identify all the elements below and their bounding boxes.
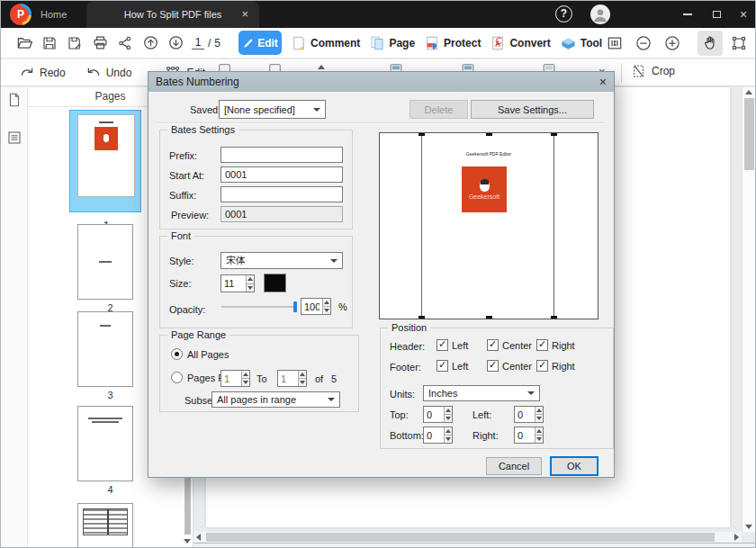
spin-down-icon[interactable]: [536, 415, 543, 422]
page-button[interactable]: Page: [369, 35, 415, 51]
scroll-left-icon[interactable]: [196, 534, 201, 541]
bookmarks-panel-button[interactable]: [2, 125, 27, 150]
left-input[interactable]: [515, 407, 535, 422]
zoom-out-button[interactable]: [631, 31, 656, 56]
open-file-button[interactable]: [12, 31, 37, 56]
horizontal-scroll-thumb[interactable]: [206, 533, 715, 542]
save-as-button[interactable]: [62, 31, 87, 56]
thumbnails-panel-button[interactable]: [2, 87, 27, 112]
bottom-spinner[interactable]: [423, 427, 453, 444]
opacity-slider[interactable]: [221, 301, 297, 312]
scroll-up-icon[interactable]: [745, 90, 752, 94]
print-button[interactable]: [87, 31, 112, 56]
start-at-input[interactable]: [220, 166, 343, 183]
spin-up-icon[interactable]: [445, 427, 452, 436]
protect-button[interactable]: Protect: [424, 35, 481, 51]
spin-down-icon[interactable]: [445, 415, 452, 422]
maximize-button[interactable]: [703, 1, 730, 28]
tool-button[interactable]: Tool: [560, 34, 602, 51]
close-window-button[interactable]: ×: [730, 1, 756, 28]
user-avatar[interactable]: [590, 4, 610, 24]
spin-up-icon[interactable]: [445, 407, 452, 415]
top-spinner[interactable]: [423, 406, 453, 423]
all-pages-radio[interactable]: All Pages: [171, 348, 229, 360]
suffix-input[interactable]: [220, 186, 343, 202]
spin-down-icon[interactable]: [323, 307, 330, 314]
slider-thumb[interactable]: [293, 301, 297, 312]
header-right-checkbox[interactable]: Right: [536, 339, 575, 351]
previous-page-button[interactable]: [138, 31, 163, 56]
font-size-spinner[interactable]: [220, 274, 255, 292]
page-thumbnail-5[interactable]: [77, 503, 133, 548]
opacity-spinner[interactable]: [301, 298, 331, 315]
dialog-titlebar[interactable]: Bates Numbering ×: [148, 72, 614, 92]
hand-tool-button[interactable]: [698, 31, 723, 56]
save-settings-button[interactable]: Save Settings...: [471, 100, 594, 119]
convert-button[interactable]: Convert: [490, 35, 550, 51]
fit-page-button[interactable]: [602, 31, 627, 56]
pages-scroll-down-icon[interactable]: [184, 539, 191, 544]
home-menu[interactable]: Home: [40, 9, 67, 20]
top-input[interactable]: [424, 407, 444, 422]
spin-down-icon[interactable]: [445, 436, 452, 443]
scroll-right-icon[interactable]: [734, 534, 739, 541]
current-page-input[interactable]: 1: [192, 36, 204, 49]
select-tool-button[interactable]: [726, 31, 752, 56]
vertical-scroll-thumb[interactable]: [744, 98, 754, 170]
units-select[interactable]: Inches: [423, 385, 540, 401]
zoom-in-button[interactable]: [660, 31, 685, 56]
spin-up-icon[interactable]: [323, 299, 330, 307]
help-icon[interactable]: ?: [555, 5, 572, 22]
header-left-checkbox[interactable]: Left: [436, 339, 468, 351]
to-page-input[interactable]: [278, 371, 298, 386]
page-thumbnail-1-selected[interactable]: 1: [69, 110, 141, 212]
font-size-input[interactable]: [221, 275, 246, 292]
horizontal-scrollbar[interactable]: [194, 532, 742, 543]
right-input[interactable]: [515, 427, 535, 443]
page-thumbnail-4[interactable]: [77, 406, 133, 481]
footer-left-checkbox[interactable]: Left: [436, 360, 468, 372]
pages-scrollbar-thumb[interactable]: [184, 468, 191, 535]
chevron-up-icon[interactable]: [318, 65, 325, 69]
spin-down-icon[interactable]: [299, 379, 306, 386]
font-style-select[interactable]: 宋体: [220, 252, 343, 269]
save-button[interactable]: [37, 31, 62, 56]
footer-right-checkbox[interactable]: Right: [536, 360, 575, 372]
scroll-down-icon[interactable]: [745, 525, 752, 529]
from-page-input[interactable]: [221, 371, 241, 386]
redo-button[interactable]: Redo: [19, 65, 66, 81]
edit-mode-button[interactable]: Edit: [238, 31, 282, 55]
vertical-scrollbar[interactable]: [742, 87, 755, 532]
cancel-button[interactable]: Cancel: [486, 457, 542, 475]
next-page-button[interactable]: [163, 31, 188, 56]
crop-button[interactable]: Crop: [631, 63, 675, 79]
share-button[interactable]: [112, 31, 138, 56]
saved-settings-select[interactable]: [None specified]: [219, 100, 326, 119]
prefix-input[interactable]: [220, 147, 343, 163]
subset-select[interactable]: All pages in range: [212, 391, 340, 408]
header-center-checkbox[interactable]: Center: [487, 339, 532, 351]
spin-up-icon[interactable]: [247, 275, 254, 284]
from-page-spinner[interactable]: [220, 370, 250, 387]
spin-up-icon[interactable]: [299, 371, 306, 379]
bottom-input[interactable]: [424, 427, 444, 443]
page-thumbnail-3[interactable]: [77, 311, 133, 387]
spin-down-icon[interactable]: [242, 379, 249, 386]
left-spinner[interactable]: [514, 406, 544, 423]
footer-center-checkbox[interactable]: Center: [487, 360, 532, 372]
delete-button[interactable]: Delete: [410, 100, 468, 119]
spin-down-icon[interactable]: [536, 436, 543, 443]
font-color-swatch[interactable]: [264, 274, 286, 292]
undo-button[interactable]: Undo: [86, 65, 132, 81]
minimize-button[interactable]: [674, 1, 701, 28]
right-spinner[interactable]: [514, 427, 544, 444]
spin-down-icon[interactable]: [247, 284, 254, 292]
ok-button[interactable]: OK: [550, 456, 598, 476]
spin-up-icon[interactable]: [536, 427, 543, 436]
document-tab[interactable]: How To Split PDF files ×: [86, 1, 259, 28]
comment-button[interactable]: Comment: [291, 35, 360, 51]
spin-up-icon[interactable]: [242, 371, 249, 379]
spin-up-icon[interactable]: [536, 407, 543, 415]
dialog-close-icon[interactable]: ×: [599, 76, 607, 88]
opacity-input[interactable]: [302, 299, 322, 314]
